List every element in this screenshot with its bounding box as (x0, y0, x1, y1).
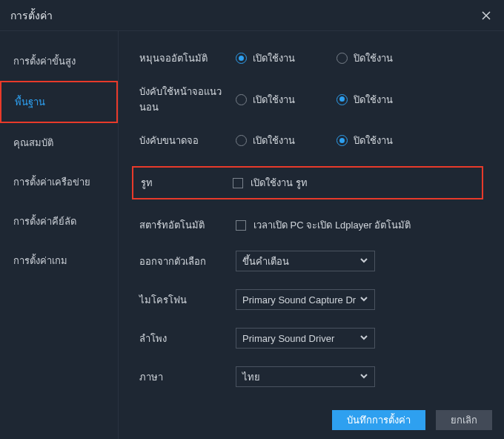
radio-autorotate-on[interactable]: เปิดใช้งาน (236, 50, 295, 66)
checkbox-label: เวลาเปิด PC จะเปิด Ldplayer อัตโนมัติ (253, 217, 411, 233)
sidebar: การตั้งค่าขั้นสูง พื้นฐาน คุณสมบัติ การต… (0, 31, 119, 439)
row-root: รูท เปิดใช้งาน รูท (132, 166, 483, 199)
select-value: ขึ้นคำเตือน (242, 254, 289, 269)
radio-label: เปิดใช้งาน (253, 133, 295, 148)
radio-icon (336, 135, 348, 146)
checkbox-root[interactable]: เปิดใช้งาน รูท (233, 175, 308, 191)
row-mic: ไมโครโฟน Primary Sound Capture Dr (139, 289, 483, 310)
titlebar: การตั้งค่า (0, 0, 504, 31)
sidebar-item-properties[interactable]: คุณสมบัติ (0, 123, 118, 162)
radio-label: ปิดใช้งาน (354, 50, 393, 66)
radio-forcesize-on[interactable]: เปิดใช้งาน (236, 133, 295, 148)
radio-landscape-off[interactable]: ปิดใช้งาน (336, 92, 393, 108)
radio-icon (236, 135, 247, 146)
row-autostart: สตาร์ทอัตโนมัติ เวลาเปิด PC จะเปิด Ldpla… (139, 217, 483, 233)
select-mic[interactable]: Primary Sound Capture Dr (236, 289, 375, 310)
row-speaker: ลำโพง Primary Sound Driver (139, 328, 483, 349)
sidebar-item-shortcuts[interactable]: การตั้งค่าคีย์ลัด (0, 202, 118, 241)
radio-label: ปิดใช้งาน (354, 92, 393, 108)
select-language[interactable]: ไทย (236, 366, 375, 387)
label-speaker: ลำโพง (139, 331, 236, 346)
radio-autorotate-off[interactable]: ปิดใช้งาน (336, 50, 393, 66)
chevron-down-icon (359, 256, 368, 267)
radio-label: เปิดใช้งาน (253, 50, 295, 66)
sidebar-item-game[interactable]: การตั้งค่าเกม (0, 241, 118, 280)
radio-icon (336, 94, 348, 105)
radio-label: เปิดใช้งาน (253, 92, 295, 108)
content: หมุนจออัตโนมัติ เปิดใช้งาน ปิดใช้งาน บัง… (119, 31, 504, 439)
row-forcesize: บังคับขนาดจอ เปิดใช้งาน ปิดใช้งาน (139, 133, 483, 148)
sidebar-item-advanced[interactable]: การตั้งค่าขั้นสูง (0, 42, 118, 81)
radio-icon (336, 53, 348, 64)
chevron-down-icon (359, 372, 368, 383)
close-button[interactable] (479, 8, 494, 23)
body: การตั้งค่าขั้นสูง พื้นฐาน คุณสมบัติ การต… (0, 31, 504, 439)
radio-landscape-on[interactable]: เปิดใช้งาน (236, 92, 295, 108)
footer: บันทึกการตั้งค่า ยกเลิก (332, 410, 492, 430)
select-speaker[interactable]: Primary Sound Driver (236, 328, 375, 349)
label-language: ภาษา (139, 369, 236, 385)
radio-label: ปิดใช้งาน (354, 133, 393, 148)
checkbox-label: เปิดใช้งาน รูท (251, 175, 308, 191)
radio-icon (236, 94, 247, 105)
label-forcesize: บังคับขนาดจอ (139, 133, 236, 148)
cancel-button[interactable]: ยกเลิก (436, 410, 492, 430)
save-button[interactable]: บันทึกการตั้งค่า (332, 410, 425, 430)
select-value: Primary Sound Driver (242, 333, 334, 344)
row-language: ภาษา ไทย (139, 366, 483, 387)
radio-icon (236, 53, 247, 64)
label-autorotate: หมุนจออัตโนมัติ (139, 50, 236, 66)
select-value: Primary Sound Capture Dr (242, 294, 356, 306)
checkbox-icon (233, 178, 243, 188)
sidebar-item-basic[interactable]: พื้นฐาน (0, 81, 118, 123)
checkbox-icon (236, 220, 246, 231)
label-landscape: บังคับใช้หน้าจอแนวนอน (139, 84, 236, 115)
select-value: ไทย (242, 369, 260, 385)
row-landscape: บังคับใช้หน้าจอแนวนอน เปิดใช้งาน ปิดใช้ง… (139, 84, 483, 115)
close-icon (481, 10, 491, 21)
checkbox-autostart[interactable]: เวลาเปิด PC จะเปิด Ldplayer อัตโนมัติ (236, 217, 411, 233)
select-exit[interactable]: ขึ้นคำเตือน (236, 251, 375, 271)
row-autorotate: หมุนจออัตโนมัติ เปิดใช้งาน ปิดใช้งาน (139, 50, 483, 66)
label-mic: ไมโครโฟน (139, 292, 236, 308)
label-autostart: สตาร์ทอัตโนมัติ (139, 217, 236, 233)
radio-forcesize-off[interactable]: ปิดใช้งาน (336, 133, 393, 148)
label-root: รูท (141, 175, 233, 191)
chevron-down-icon (359, 333, 368, 344)
sidebar-item-network[interactable]: การตั้งค่าเครือข่าย (0, 162, 118, 202)
window-title: การตั้งค่า (10, 7, 479, 24)
label-exit: ออกจากตัวเลือก (139, 254, 236, 269)
row-exit: ออกจากตัวเลือก ขึ้นคำเตือน (139, 251, 483, 271)
chevron-down-icon (359, 294, 368, 306)
